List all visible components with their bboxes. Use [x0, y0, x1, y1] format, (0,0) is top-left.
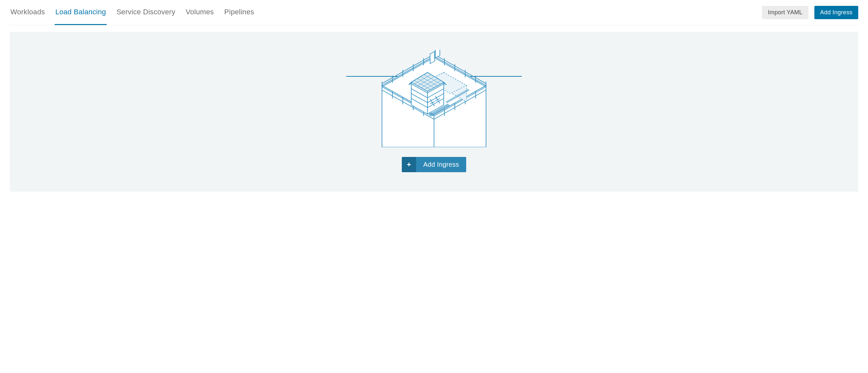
add-ingress-button[interactable]: Add Ingress [814, 6, 858, 19]
tab-volumes[interactable]: Volumes [185, 0, 214, 25]
header-actions: Import YAML Add Ingress [762, 6, 858, 19]
tab-pipelines[interactable]: Pipelines [224, 0, 255, 25]
tab-service-discovery[interactable]: Service Discovery [116, 0, 176, 25]
add-ingress-empty-button[interactable]: + Add Ingress [402, 157, 466, 172]
svg-rect-45 [430, 51, 435, 63]
import-yaml-button[interactable]: Import YAML [762, 6, 808, 19]
empty-state-illustration [346, 50, 522, 147]
tabs-nav: Workloads Load Balancing Service Discove… [10, 0, 255, 25]
plus-icon: + [402, 157, 416, 172]
svg-rect-46 [435, 50, 440, 58]
empty-state: + Add Ingress [10, 32, 858, 192]
header-row: Workloads Load Balancing Service Discove… [10, 0, 858, 25]
tab-workloads[interactable]: Workloads [10, 0, 45, 25]
tab-load-balancing[interactable]: Load Balancing [55, 0, 106, 25]
add-ingress-empty-label: Add Ingress [416, 157, 466, 172]
